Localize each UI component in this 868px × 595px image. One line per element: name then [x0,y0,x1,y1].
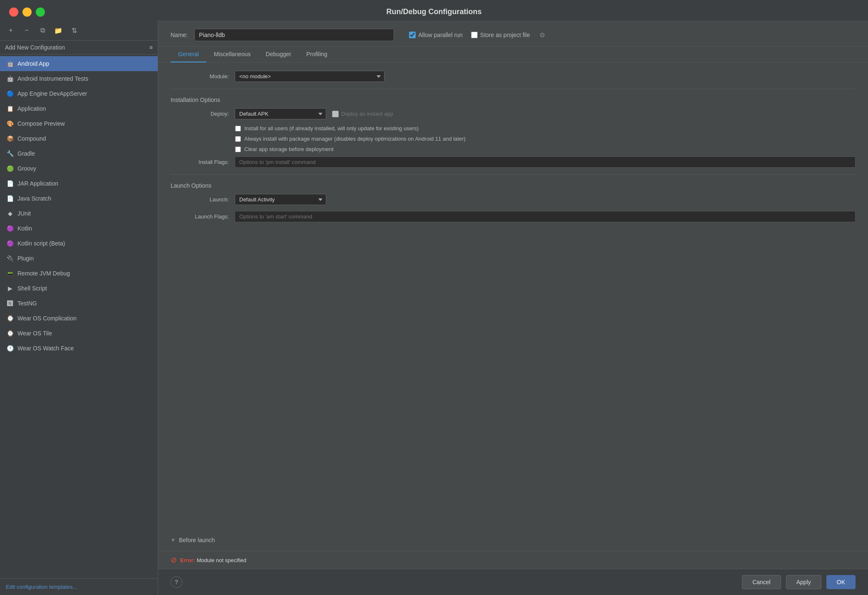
minimize-button[interactable] [22,7,32,17]
launch-flags-input[interactable] [235,211,856,222]
name-input[interactable] [194,29,394,41]
sidebar: + − ⧉ 📁 ⇅ Add New Configuration ≡ 🤖 Andr… [0,20,158,595]
tab-debugger[interactable]: Debugger [258,47,299,62]
install-for-all-users-row: Install for all users (if already instal… [235,125,856,131]
error-text: Error: Module not specified [180,557,246,563]
before-launch-header[interactable]: ▼ Before launch [171,533,856,547]
compose-preview-icon: 🎨 [6,119,14,128]
sidebar-item-junit[interactable]: ◆ JUnit [0,206,158,221]
install-flags-input[interactable] [235,156,856,168]
sidebar-collapse-icon: ≡ [149,44,153,51]
add-configuration-button[interactable]: + [4,24,17,37]
cancel-button[interactable]: Cancel [742,575,781,589]
sidebar-item-wear-os-complication[interactable]: ⌚ Wear OS Complication [0,311,158,326]
sidebar-item-groovy[interactable]: 🟢 Groovy [0,161,158,176]
sidebar-footer: Edit configuration templates... [0,578,158,595]
header-options: Allow parallel run Store as project file… [409,30,546,40]
sidebar-item-compound[interactable]: 📦 Compound [0,131,158,146]
install-flags-row: Install Flags: [171,156,856,168]
sidebar-item-label: Remote JVM Debug [17,270,70,277]
dialog-title: Run/Debug Configurations [387,7,482,16]
apply-button[interactable]: Apply [786,575,821,589]
allow-parallel-run-checkbox[interactable] [409,32,416,38]
sidebar-list[interactable]: 🤖 Android App 🤖 Android Instrumented Tes… [0,55,158,578]
edit-configuration-templates-link[interactable]: Edit configuration templates... [6,584,77,590]
wear-os-tile-icon: ⌚ [6,329,14,337]
app-engine-icon: 🔵 [6,89,14,98]
sidebar-item-jar-application[interactable]: 📄 JAR Application [0,176,158,191]
module-select[interactable]: <no module> [235,71,384,82]
testng-icon: 🅽 [6,299,14,307]
sidebar-item-android-instrumented-tests[interactable]: 🤖 Android Instrumented Tests [0,71,158,86]
main-panel: Name: Allow parallel run Store as projec… [158,20,868,595]
divider-2 [171,174,856,175]
sidebar-item-android-app[interactable]: 🤖 Android App [0,56,158,71]
close-button[interactable] [9,7,18,17]
tab-profiling-label: Profiling [306,51,327,57]
sidebar-item-application[interactable]: 📋 Application [0,101,158,116]
clear-app-storage-checkbox[interactable] [235,146,241,152]
android-instrumented-tests-icon: 🤖 [6,74,14,83]
move-to-group-button[interactable]: 📁 [52,24,65,37]
sidebar-item-app-engine-devappserver[interactable]: 🔵 App Engine DevAppServer [0,86,158,101]
sidebar-item-shell-script[interactable]: ▶ Shell Script [0,281,158,296]
module-label: Module: [171,73,229,79]
deploy-as-instant-app-checkbox [332,111,339,117]
sidebar-item-testng[interactable]: 🅽 TestNG [0,296,158,311]
sort-button[interactable]: ⇅ [67,24,81,37]
settings-gear-button[interactable]: ⚙ [538,30,546,40]
sidebar-item-label: Android Instrumented Tests [17,75,88,82]
form-content: Module: <no module> Installation Options… [158,62,868,529]
sidebar-item-kotlin[interactable]: 🟣 Kotlin [0,221,158,236]
java-scratch-icon: 📄 [6,194,14,203]
sidebar-item-remote-jvm-debug[interactable]: 📟 Remote JVM Debug [0,266,158,281]
clear-app-storage-row: Clear app storage before deployment [235,146,856,152]
clear-app-storage-label: Clear app storage before deployment [244,146,334,152]
error-icon: ⊘ [171,555,177,565]
sidebar-item-label: Wear OS Tile [17,330,52,337]
application-icon: 📋 [6,104,14,113]
deploy-as-instant-app-label[interactable]: Deploy as instant app [332,111,393,117]
tab-general[interactable]: General [171,47,206,62]
store-as-project-file-checkbox-label[interactable]: Store as project file [471,32,530,38]
sidebar-item-label: Gradle [17,150,35,157]
always-install-package-manager-checkbox[interactable] [235,136,241,142]
name-label: Name: [171,32,188,38]
sidebar-item-wear-os-tile[interactable]: ⌚ Wear OS Tile [0,326,158,341]
remove-configuration-button[interactable]: − [20,24,33,37]
sidebar-item-gradle[interactable]: 🔧 Gradle [0,146,158,161]
maximize-button[interactable] [36,7,45,17]
title-bar: Run/Debug Configurations [0,0,868,20]
sidebar-item-compose-preview[interactable]: 🎨 Compose Preview [0,116,158,131]
kotlin-script-icon: 🟣 [6,239,14,248]
store-as-project-file-label: Store as project file [480,32,530,38]
ok-button[interactable]: OK [826,575,856,589]
sidebar-item-kotlin-script-beta[interactable]: 🟣 Kotlin script (Beta) [0,236,158,251]
install-for-all-users-checkbox[interactable] [235,126,241,131]
sidebar-item-java-scratch[interactable]: 📄 Java Scratch [0,191,158,206]
sidebar-item-label: JUnit [17,210,31,217]
sidebar-item-label: Kotlin [17,225,32,232]
launch-select[interactable]: Default Activity Nothing Specified Activ… [235,194,326,205]
tab-miscellaneous[interactable]: Miscellaneous [206,47,258,62]
launch-flags-row: Launch Flags: [171,211,856,222]
sidebar-item-label: Compound [17,135,46,142]
copy-configuration-button[interactable]: ⧉ [36,24,49,37]
gradle-icon: 🔧 [6,149,14,158]
sidebar-item-plugin[interactable]: 🔌 Plugin [0,251,158,266]
tab-profiling[interactable]: Profiling [299,47,335,62]
module-row: Module: <no module> [171,71,856,82]
sidebar-item-label: Groovy [17,165,36,172]
sidebar-item-label: Android App [17,60,49,67]
always-install-package-manager-label: Always install with package manager (dis… [244,136,466,142]
deploy-select[interactable]: Default APK APK from app bundle Nothing [235,108,326,119]
launch-label: Launch: [171,196,229,203]
help-button[interactable]: ? [171,576,182,588]
sidebar-item-wear-os-watch-face[interactable]: 🕐 Wear OS Watch Face [0,341,158,356]
allow-parallel-run-checkbox-label[interactable]: Allow parallel run [409,32,463,38]
error-bar: ⊘ Error: Module not specified [158,551,868,569]
store-as-project-file-checkbox[interactable] [471,32,478,38]
sidebar-item-label: Kotlin script (Beta) [17,240,65,247]
panel-header: Name: Allow parallel run Store as projec… [158,20,868,47]
installation-options-title: Installation Options [171,97,856,103]
